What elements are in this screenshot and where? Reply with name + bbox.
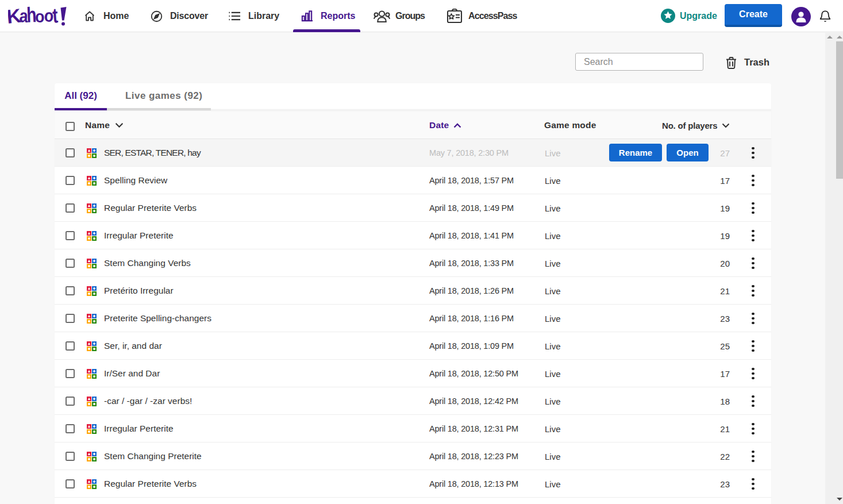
- svg-text:t: t: [52, 4, 59, 28]
